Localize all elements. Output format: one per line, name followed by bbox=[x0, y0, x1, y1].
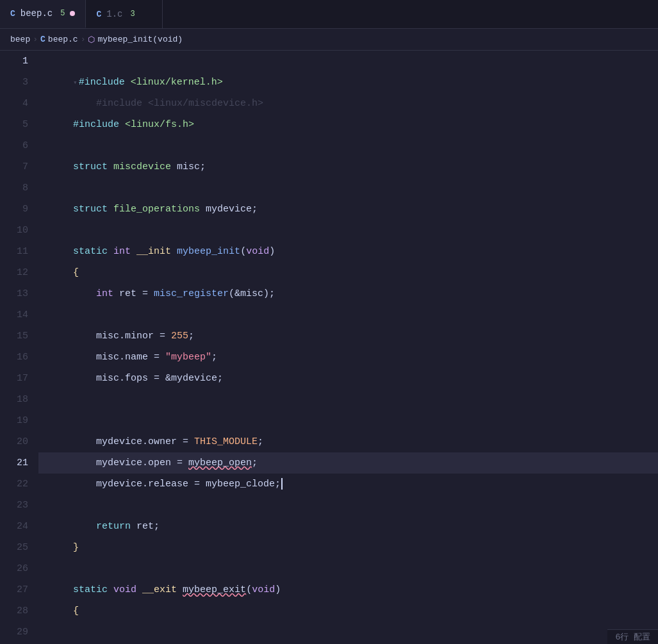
line-num-20: 20 bbox=[5, 431, 28, 452]
status-position: 6行 配置 bbox=[615, 632, 650, 642]
line-num-22: 22 bbox=[5, 474, 28, 495]
line-num-12: 12 bbox=[5, 262, 28, 283]
code-line-19: mydevice.owner = THIS_MODULE; bbox=[38, 410, 658, 431]
line-num-26: 26 bbox=[5, 558, 28, 579]
tab-beepc-dot bbox=[70, 11, 75, 16]
code-line-6: struct miscdevice misc; bbox=[38, 135, 658, 156]
line-num-19: 19 bbox=[5, 410, 28, 431]
code-line-1: ▾#include <linux/kernel.h> bbox=[38, 51, 658, 72]
line-num-13: 13 bbox=[5, 283, 28, 304]
line-num-16: 16 bbox=[5, 347, 28, 368]
tab-bar: C beep.c 5 C 1.c 3 bbox=[0, 0, 658, 29]
code-line-14: misc.minor = 255; bbox=[38, 304, 658, 326]
line-num-14: 14 bbox=[5, 304, 28, 326]
line-num-11: 11 bbox=[5, 241, 28, 262]
tab-beepc-label: beep.c bbox=[21, 8, 53, 19]
code-line-12: int ret = misc_register(&misc); bbox=[38, 262, 658, 283]
code-line-26: static void __exit mybeep_exit(void) bbox=[38, 558, 658, 579]
breadcrumb: beep › C beep.c › ⬡ mybeep_init(void) bbox=[0, 29, 658, 51]
line-num-18: 18 bbox=[5, 389, 28, 410]
code-line-28 bbox=[38, 600, 658, 622]
line-num-28: 28 bbox=[5, 600, 28, 622]
line-num-4: 4 bbox=[5, 93, 28, 114]
line-num-29: 29 bbox=[5, 622, 28, 643]
line-numbers: 1 3 4 5 6 7 8 9 10 11 12 13 14 15 16 17 … bbox=[0, 51, 33, 644]
line-num-5: 5 bbox=[5, 114, 28, 135]
code-line-25 bbox=[38, 537, 658, 558]
line-num-10: 10 bbox=[5, 220, 28, 241]
c-lang-icon: C bbox=[10, 9, 15, 19]
line-num-25: 25 bbox=[5, 537, 28, 558]
line-num-3: 3 bbox=[5, 72, 28, 93]
tab-1c-label: 1.c bbox=[106, 9, 122, 19]
tab-1c-badge: 3 bbox=[130, 10, 135, 19]
tab-1c[interactable]: C 1.c 3 bbox=[86, 0, 163, 28]
line-num-27: 27 bbox=[5, 579, 28, 600]
breadcrumb-cube-icon: ⬡ bbox=[88, 35, 95, 45]
squiggly-mybeep-open: mybeep_open bbox=[188, 458, 252, 468]
line-num-21: 21 bbox=[5, 452, 28, 474]
line-num-6: 6 bbox=[5, 135, 28, 156]
code-line-29 bbox=[38, 622, 658, 643]
line-num-8: 8 bbox=[5, 178, 28, 199]
fold-icon-1[interactable]: ▾ bbox=[73, 79, 78, 87]
cursor bbox=[281, 478, 283, 490]
line-num-7: 7 bbox=[5, 156, 28, 178]
tab-beepc-badge: 5 bbox=[60, 9, 65, 18]
breadcrumb-beep[interactable]: beep bbox=[10, 35, 30, 44]
breadcrumb-beepc[interactable]: beep.c bbox=[48, 35, 78, 44]
line-num-15: 15 bbox=[5, 326, 28, 347]
breadcrumb-c-icon: C bbox=[40, 35, 45, 44]
c-lang-icon-2: C bbox=[96, 10, 101, 19]
breadcrumb-fn[interactable]: mybeep_init(void) bbox=[97, 35, 183, 44]
status-bar: 6行 配置 bbox=[607, 629, 658, 644]
code-line-23: return ret; bbox=[38, 495, 658, 516]
breadcrumb-sep1: › bbox=[33, 35, 38, 44]
code-line-18 bbox=[38, 389, 658, 410]
line-num-24: 24 bbox=[5, 516, 28, 537]
code-line-8: struct file_operations mydevice; bbox=[38, 178, 658, 199]
line-num-1: 1 bbox=[5, 51, 28, 72]
tab-beepc[interactable]: C beep.c 5 bbox=[0, 0, 86, 28]
code-content[interactable]: ▾#include <linux/kernel.h> #include <lin… bbox=[33, 51, 658, 644]
editor: 1 3 4 5 6 7 8 9 10 11 12 13 14 15 16 17 … bbox=[0, 51, 658, 644]
line-num-9: 9 bbox=[5, 199, 28, 220]
breadcrumb-sep2: › bbox=[81, 35, 86, 44]
squiggly-mybeep-exit: mybeep_exit bbox=[183, 584, 246, 595]
line-num-17: 17 bbox=[5, 368, 28, 389]
line-num-23: 23 bbox=[5, 495, 28, 516]
code-line-10: static int __init mybeep_init(void) bbox=[38, 220, 658, 241]
